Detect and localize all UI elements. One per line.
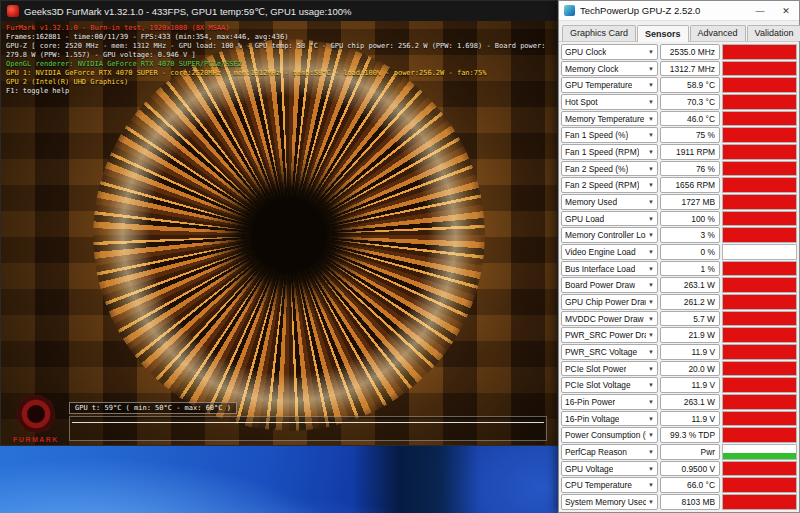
chevron-down-icon[interactable]: ▼ xyxy=(648,349,654,355)
sensor-label-dropdown[interactable]: Power Consumption (%)▼ xyxy=(561,427,658,443)
furmark-fur-donut xyxy=(93,39,485,431)
sensor-bar xyxy=(723,378,796,392)
sensor-label-dropdown[interactable]: 16-Pin Voltage▼ xyxy=(561,411,658,427)
sensor-bar xyxy=(723,462,796,476)
sensor-value: 46.0 °C xyxy=(660,111,720,127)
sensor-label-dropdown[interactable]: Video Engine Load▼ xyxy=(561,244,658,260)
chevron-down-icon[interactable]: ▼ xyxy=(648,432,654,438)
sensor-value: 75 % xyxy=(660,127,720,143)
sensor-value: 11.9 V xyxy=(660,344,720,360)
sensor-value: 58.9 °C xyxy=(660,77,720,93)
sensor-label-dropdown[interactable]: Bus Interface Load▼ xyxy=(561,261,658,277)
sensor-value: 5.7 W xyxy=(660,311,720,327)
sensor-row: PCIe Slot Power▼20.0 W xyxy=(561,361,797,377)
chevron-down-icon[interactable]: ▼ xyxy=(648,399,654,405)
overlay-line: GPU 1: NVIDIA GeForce RTX 4070 SUPER - c… xyxy=(6,69,546,78)
sensor-history-graph xyxy=(722,77,797,93)
sensor-label-dropdown[interactable]: GPU Load▼ xyxy=(561,211,658,227)
chevron-down-icon[interactable]: ▼ xyxy=(648,82,654,88)
sensor-label-dropdown[interactable]: GPU Voltage▼ xyxy=(561,461,658,477)
gpuz-titlebar[interactable]: TechPowerUp GPU-Z 2.52.0 — ✕ xyxy=(559,1,799,21)
chevron-down-icon[interactable]: ▼ xyxy=(648,216,654,222)
tab-sensors[interactable]: Sensors xyxy=(637,25,689,42)
sensor-value: Pwr xyxy=(660,444,720,460)
chevron-down-icon[interactable]: ▼ xyxy=(648,132,654,138)
chevron-down-icon[interactable]: ▼ xyxy=(648,232,654,238)
close-button[interactable]: ✕ xyxy=(773,1,799,21)
chevron-down-icon[interactable]: ▼ xyxy=(648,316,654,322)
sensor-label-dropdown[interactable]: Fan 2 Speed (RPM)▼ xyxy=(561,177,658,193)
desktop: Geeks3D FurMark v1.32.1.0 - 433FPS, GPU1… xyxy=(0,0,800,513)
tab-advanced[interactable]: Advanced xyxy=(690,25,746,41)
chevron-down-icon[interactable]: ▼ xyxy=(648,416,654,422)
sensor-label-dropdown[interactable]: GPU Temperature▼ xyxy=(561,77,658,93)
chevron-down-icon[interactable]: ▼ xyxy=(648,66,654,72)
sensor-row: GPU Load▼100 % xyxy=(561,211,797,227)
sensor-row: MVDDC Power Draw▼5.7 W xyxy=(561,311,797,327)
chevron-down-icon[interactable]: ▼ xyxy=(648,499,654,505)
sensor-history-graph xyxy=(722,211,797,227)
sensor-value: 66.0 °C xyxy=(660,477,720,493)
sensor-label-dropdown[interactable]: PCIe Slot Voltage▼ xyxy=(561,377,658,393)
sensor-history-graph xyxy=(722,294,797,310)
sensor-label-dropdown[interactable]: Fan 1 Speed (RPM)▼ xyxy=(561,144,658,160)
chevron-down-icon[interactable]: ▼ xyxy=(648,249,654,255)
chevron-down-icon[interactable]: ▼ xyxy=(648,182,654,188)
sensor-label-dropdown[interactable]: PWR_SRC Power Draw▼ xyxy=(561,327,658,343)
chevron-down-icon[interactable]: ▼ xyxy=(648,266,654,272)
sensor-label-text: Power Consumption (%) xyxy=(565,430,646,440)
chevron-down-icon[interactable]: ▼ xyxy=(648,332,654,338)
sensor-label-dropdown[interactable]: PCIe Slot Power▼ xyxy=(561,361,658,377)
sensor-row: Fan 2 Speed (%)▼76 % xyxy=(561,161,797,177)
sensor-label-dropdown[interactable]: Fan 1 Speed (%)▼ xyxy=(561,127,658,143)
sensor-label-dropdown[interactable]: CPU Temperature▼ xyxy=(561,477,658,493)
sensor-row: Memory Controller Load▼3 % xyxy=(561,227,797,243)
sensor-bar xyxy=(723,128,796,142)
sensor-label-dropdown[interactable]: Memory Used▼ xyxy=(561,194,658,210)
chevron-down-icon[interactable]: ▼ xyxy=(648,299,654,305)
chevron-down-icon[interactable]: ▼ xyxy=(648,482,654,488)
chevron-down-icon[interactable]: ▼ xyxy=(648,366,654,372)
sensor-label-dropdown[interactable]: GPU Clock▼ xyxy=(561,44,658,60)
gpuz-tab-bar: Graphics CardSensorsAdvancedValidation xyxy=(559,21,799,42)
chevron-down-icon[interactable]: ▼ xyxy=(648,282,654,288)
sensor-row: PCIe Slot Voltage▼11.9 V xyxy=(561,377,797,393)
sensor-label-dropdown[interactable]: GPU Chip Power Draw▼ xyxy=(561,294,658,310)
sensor-label-dropdown[interactable]: Hot Spot▼ xyxy=(561,94,658,110)
sensor-label-dropdown[interactable]: Memory Temperature▼ xyxy=(561,111,658,127)
sensor-history-graph xyxy=(722,427,797,443)
chevron-down-icon[interactable]: ▼ xyxy=(648,99,654,105)
sensor-value: 261.2 W xyxy=(660,294,720,310)
chevron-down-icon[interactable]: ▼ xyxy=(648,166,654,172)
sensor-row: Memory Used▼1727 MB xyxy=(561,194,797,210)
sensor-label-dropdown[interactable]: System Memory Used▼ xyxy=(561,494,658,510)
tab-validation[interactable]: Validation xyxy=(747,25,800,41)
sensor-label-dropdown[interactable]: Fan 2 Speed (%)▼ xyxy=(561,161,658,177)
chevron-down-icon[interactable]: ▼ xyxy=(648,149,654,155)
sensor-row: 16-Pin Power▼263.1 W xyxy=(561,394,797,410)
sensor-label-dropdown[interactable]: PerfCap Reason▼ xyxy=(561,444,658,460)
sensor-label-dropdown[interactable]: PWR_SRC Voltage▼ xyxy=(561,344,658,360)
chevron-down-icon[interactable]: ▼ xyxy=(648,199,654,205)
minimize-button[interactable]: — xyxy=(747,1,773,21)
chevron-down-icon[interactable]: ▼ xyxy=(648,466,654,472)
sensor-label-dropdown[interactable]: 16-Pin Power▼ xyxy=(561,394,658,410)
tab-graphics-card[interactable]: Graphics Card xyxy=(562,25,636,41)
sensor-label-dropdown[interactable]: Memory Clock▼ xyxy=(561,61,658,77)
chevron-down-icon[interactable]: ▼ xyxy=(648,382,654,388)
sensor-label-text: MVDDC Power Draw xyxy=(565,314,644,324)
chevron-down-icon[interactable]: ▼ xyxy=(648,116,654,122)
sensor-bar xyxy=(723,412,796,426)
sensor-history-graph xyxy=(722,111,797,127)
chevron-down-icon[interactable]: ▼ xyxy=(648,449,654,455)
sensor-label-dropdown[interactable]: Memory Controller Load▼ xyxy=(561,227,658,243)
sensor-value: 76 % xyxy=(660,161,720,177)
sensor-bar xyxy=(723,278,796,292)
sensor-bar xyxy=(723,478,796,492)
sensor-label-dropdown[interactable]: MVDDC Power Draw▼ xyxy=(561,311,658,327)
sensor-row: 16-Pin Voltage▼11.9 V xyxy=(561,411,797,427)
furmark-titlebar[interactable]: Geeks3D FurMark v1.32.1.0 - 433FPS, GPU1… xyxy=(1,1,557,21)
sensor-row: GPU Temperature▼58.9 °C xyxy=(561,77,797,93)
chevron-down-icon[interactable]: ▼ xyxy=(648,49,654,55)
sensor-label-dropdown[interactable]: Board Power Draw▼ xyxy=(561,277,658,293)
